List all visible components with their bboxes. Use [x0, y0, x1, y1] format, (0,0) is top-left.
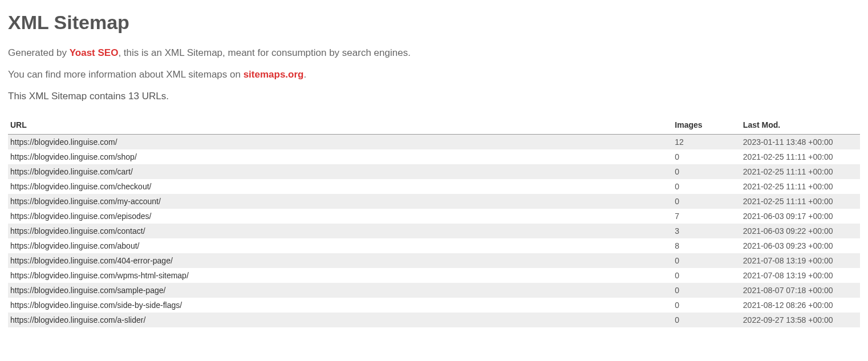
sitemap-url-link[interactable]: https://blogvideo.linguise.com/checkout/: [10, 182, 151, 191]
intro-paragraph-1: Generated by Yoast SEO, this is an XML S…: [8, 47, 860, 59]
header-images: Images: [672, 116, 741, 135]
intro1-suffix: , this is an XML Sitemap, meant for cons…: [118, 47, 410, 58]
intro2-suffix: .: [303, 69, 306, 80]
table-row: https://blogvideo.linguise.com/sample-pa…: [8, 283, 860, 298]
table-row: https://blogvideo.linguise.com/404-error…: [8, 253, 860, 268]
table-row: https://blogvideo.linguise.com/about/820…: [8, 238, 860, 253]
intro1-prefix: Generated by: [8, 47, 70, 58]
cell-lastmod: 2021-08-07 07:18 +00:00: [741, 283, 860, 298]
table-row: https://blogvideo.linguise.com/checkout/…: [8, 179, 860, 194]
sitemaps-org-link[interactable]: sitemaps.org: [244, 69, 304, 80]
cell-lastmod: 2021-06-03 09:23 +00:00: [741, 238, 860, 253]
cell-url: https://blogvideo.linguise.com/: [8, 135, 672, 150]
cell-url: https://blogvideo.linguise.com/episodes/: [8, 209, 672, 224]
yoast-seo-link[interactable]: Yoast SEO: [70, 47, 119, 58]
sitemap-url-link[interactable]: https://blogvideo.linguise.com/404-error…: [10, 256, 173, 265]
cell-url: https://blogvideo.linguise.com/side-by-s…: [8, 298, 672, 313]
table-row: https://blogvideo.linguise.com/wpms-html…: [8, 268, 860, 283]
sitemap-url-link[interactable]: https://blogvideo.linguise.com/about/: [10, 241, 139, 250]
intro-paragraph-2: You can find more information about XML …: [8, 69, 860, 80]
table-row: https://blogvideo.linguise.com/cart/0202…: [8, 164, 860, 179]
table-row: https://blogvideo.linguise.com/contact/3…: [8, 224, 860, 238]
url-count: This XML Sitemap contains 13 URLs.: [8, 91, 860, 102]
sitemap-url-link[interactable]: https://blogvideo.linguise.com/side-by-s…: [10, 301, 182, 310]
sitemap-url-link[interactable]: https://blogvideo.linguise.com/shop/: [10, 152, 137, 161]
cell-images: 0: [672, 313, 741, 327]
table-row: https://blogvideo.linguise.com/my-accoun…: [8, 194, 860, 209]
sitemap-table: URL Images Last Mod. https://blogvideo.l…: [8, 116, 860, 327]
sitemap-url-link[interactable]: https://blogvideo.linguise.com/my-accoun…: [10, 197, 161, 206]
table-row: https://blogvideo.linguise.com/side-by-s…: [8, 298, 860, 313]
cell-url: https://blogvideo.linguise.com/wpms-html…: [8, 268, 672, 283]
cell-images: 0: [672, 179, 741, 194]
cell-url: https://blogvideo.linguise.com/sample-pa…: [8, 283, 672, 298]
cell-lastmod: 2021-02-25 11:11 +00:00: [741, 164, 860, 179]
header-lastmod: Last Mod.: [741, 116, 860, 135]
page-title: XML Sitemap: [8, 11, 860, 34]
table-row: https://blogvideo.linguise.com/episodes/…: [8, 209, 860, 224]
table-row: https://blogvideo.linguise.com/122023-01…: [8, 135, 860, 150]
cell-url: https://blogvideo.linguise.com/shop/: [8, 149, 672, 164]
sitemap-url-link[interactable]: https://blogvideo.linguise.com/contact/: [10, 226, 145, 236]
cell-lastmod: 2021-08-12 08:26 +00:00: [741, 298, 860, 313]
cell-images: 3: [672, 224, 741, 238]
sitemap-url-link[interactable]: https://blogvideo.linguise.com/sample-pa…: [10, 286, 165, 295]
cell-lastmod: 2023-01-11 13:48 +00:00: [741, 135, 860, 150]
table-row: https://blogvideo.linguise.com/a-slider/…: [8, 313, 860, 327]
cell-lastmod: 2021-02-25 11:11 +00:00: [741, 179, 860, 194]
cell-url: https://blogvideo.linguise.com/my-accoun…: [8, 194, 672, 209]
cell-lastmod: 2021-02-25 11:11 +00:00: [741, 149, 860, 164]
sitemap-url-link[interactable]: https://blogvideo.linguise.com/: [10, 137, 117, 147]
cell-images: 12: [672, 135, 741, 150]
cell-images: 0: [672, 268, 741, 283]
cell-lastmod: 2021-06-03 09:17 +00:00: [741, 209, 860, 224]
header-url: URL: [8, 116, 672, 135]
table-row: https://blogvideo.linguise.com/shop/0202…: [8, 149, 860, 164]
cell-images: 7: [672, 209, 741, 224]
cell-url: https://blogvideo.linguise.com/404-error…: [8, 253, 672, 268]
sitemap-url-link[interactable]: https://blogvideo.linguise.com/wpms-html…: [10, 271, 189, 280]
cell-url: https://blogvideo.linguise.com/cart/: [8, 164, 672, 179]
intro2-prefix: You can find more information about XML …: [8, 69, 244, 80]
cell-images: 0: [672, 253, 741, 268]
cell-url: https://blogvideo.linguise.com/contact/: [8, 224, 672, 238]
cell-url: https://blogvideo.linguise.com/a-slider/: [8, 313, 672, 327]
sitemap-url-link[interactable]: https://blogvideo.linguise.com/cart/: [10, 167, 133, 176]
cell-lastmod: 2022-09-27 13:58 +00:00: [741, 313, 860, 327]
cell-images: 0: [672, 149, 741, 164]
cell-images: 0: [672, 283, 741, 298]
cell-images: 8: [672, 238, 741, 253]
cell-lastmod: 2021-07-08 13:19 +00:00: [741, 268, 860, 283]
cell-url: https://blogvideo.linguise.com/checkout/: [8, 179, 672, 194]
sitemap-url-link[interactable]: https://blogvideo.linguise.com/a-slider/: [10, 315, 145, 325]
cell-url: https://blogvideo.linguise.com/about/: [8, 238, 672, 253]
cell-lastmod: 2021-07-08 13:19 +00:00: [741, 253, 860, 268]
cell-lastmod: 2021-02-25 11:11 +00:00: [741, 194, 860, 209]
cell-images: 0: [672, 164, 741, 179]
sitemap-url-link[interactable]: https://blogvideo.linguise.com/episodes/: [10, 212, 151, 221]
cell-lastmod: 2021-06-03 09:22 +00:00: [741, 224, 860, 238]
cell-images: 0: [672, 298, 741, 313]
cell-images: 0: [672, 194, 741, 209]
